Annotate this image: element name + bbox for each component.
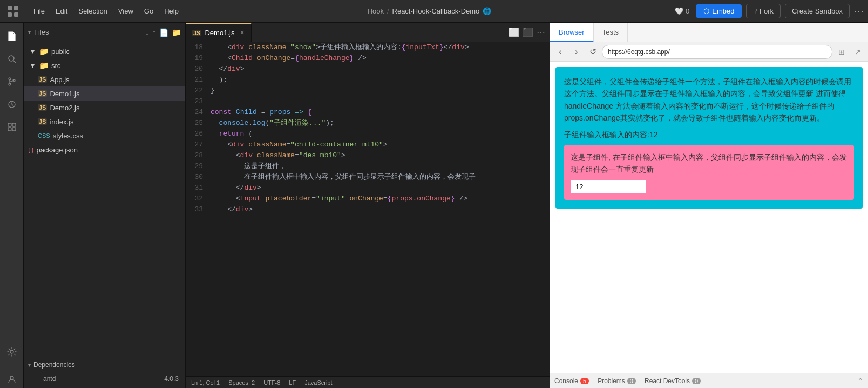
svg-rect-12 [8, 128, 11, 131]
activity-files[interactable] [3, 27, 21, 45]
breadcrumb-project: React-Hook-Callback-Demo [392, 7, 480, 15]
browser-expand-icon[interactable]: ⊞ [835, 45, 849, 59]
browser-toolbar: ‹ › ↺ ⊞ ↗ [550, 42, 868, 62]
browser-back-button[interactable]: ‹ [553, 45, 567, 59]
folder-open-icon: ▾ [28, 47, 37, 56]
console-label: Console [554, 377, 578, 385]
activity-account[interactable] [3, 370, 21, 388]
devtools-problems-tab[interactable]: Problems 0 [598, 377, 636, 385]
parent-component: 这是父组件，父组件会传递给子组件一个方法，子组件在输入框输入内容的时候会调用这个… [555, 67, 863, 209]
indexjs-type-icon: JS [38, 118, 47, 125]
dependencies-label: Dependencies [33, 361, 75, 369]
tree-item-appjs[interactable]: JS App.js [24, 72, 185, 86]
browser-tab-tests[interactable]: Tests [594, 23, 628, 42]
editor-tab-actions: ⬜ ⬛ ⋯ [508, 27, 550, 37]
appjs-label: App.js [50, 76, 69, 84]
editor-layout-icon[interactable]: ⬛ [523, 27, 533, 37]
code-line-21: 21 ); [186, 75, 550, 85]
sidebar-collapse-icon[interactable]: ▾ [28, 29, 31, 35]
new-folder-icon[interactable]: 📁 [172, 28, 181, 37]
menu-view[interactable]: View [113, 4, 139, 18]
activity-git[interactable] [3, 72, 21, 91]
code-line-32: 32 <Input placeholder="input" onChange={… [186, 193, 550, 204]
menu-go[interactable]: Go [139, 4, 159, 18]
child-input[interactable] [571, 180, 646, 193]
menu-selection[interactable]: Selection [73, 4, 112, 18]
svg-point-15 [10, 376, 13, 379]
tree-item-stylescss[interactable]: CSS styles.css [24, 129, 185, 143]
devtools-console-tab[interactable]: Console 5 [554, 377, 589, 385]
browser-refresh-button[interactable]: ↺ [586, 45, 600, 59]
fork-button[interactable]: ⑂ Fork [746, 4, 781, 18]
breadcrumb-separator: / [387, 7, 389, 15]
tree-item-public[interactable]: ▾ 📁 public [24, 44, 185, 58]
code-line-27: 27 <div className="child-container mt10"… [186, 139, 550, 150]
embed-button[interactable]: ⬡ Embed [696, 4, 742, 18]
activity-search[interactable] [3, 50, 21, 68]
top-menu-bar: File Edit Selection View Go Help Hook / … [0, 0, 868, 23]
code-line-26: 26 return ( [186, 129, 550, 139]
devtools-react-tab[interactable]: React DevTools 0 [645, 377, 701, 385]
status-bar: Ln 1, Col 1 Spaces: 2 UTF-8 LF JavaScrip… [186, 376, 550, 388]
embed-icon: ⬡ [703, 7, 709, 15]
more-icon[interactable]: ⋯ [854, 5, 864, 17]
activity-bar [0, 23, 24, 388]
tree-item-packagejson[interactable]: { } package.json [24, 143, 185, 157]
editor-tabs: JS Demo1.js ✕ ⬜ ⬛ ⋯ [186, 23, 550, 42]
sidebar-actions: ↓ ↑ 📄 📁 [145, 28, 181, 37]
svg-point-14 [10, 350, 13, 353]
heart-count: 0 [686, 7, 689, 15]
dependencies-header[interactable]: ▾ Dependencies [24, 358, 185, 372]
create-sandbox-button[interactable]: Create Sandbox [785, 4, 850, 18]
editor-tab-demo1js[interactable]: JS Demo1.js ✕ [186, 23, 252, 42]
browser-tabs: Browser Tests [550, 23, 868, 42]
app-logo[interactable] [4, 3, 22, 20]
code-line-28: 28 <div className="des mb10"> [186, 150, 550, 161]
sort-up-icon[interactable]: ↑ [152, 28, 156, 37]
breadcrumb-hook: Hook [368, 7, 384, 15]
react-devtools-badge: 0 [692, 378, 701, 384]
react-devtools-label: React DevTools [645, 377, 690, 385]
tree-item-demo2js[interactable]: JS Demo2.js [24, 101, 185, 115]
sort-down-icon[interactable]: ↓ [145, 28, 149, 37]
fork-label: Fork [760, 7, 774, 15]
activity-debug[interactable] [3, 95, 21, 113]
devtools-collapse-icon[interactable]: ⌃ [857, 377, 864, 385]
stylescss-label: styles.css [53, 132, 83, 140]
tab-close-icon[interactable]: ✕ [240, 29, 245, 36]
sidebar-title: Files [34, 28, 142, 36]
problems-badge: 0 [627, 378, 636, 384]
new-file-icon[interactable]: 📄 [159, 28, 168, 37]
browser-tab-browser[interactable]: Browser [550, 23, 594, 42]
sidebar-header: ▾ Files ↓ ↑ 📄 📁 [24, 23, 185, 42]
activity-settings[interactable] [3, 343, 21, 361]
menu-help[interactable]: Help [159, 4, 184, 18]
code-line-33: 33 </div> [186, 204, 550, 215]
demo2js-label: Demo2.js [50, 104, 79, 112]
svg-rect-11 [12, 123, 16, 126]
activity-extensions[interactable] [3, 118, 21, 136]
breadcrumb: Hook / React-Hook-Callback-Demo 🌐 [184, 7, 675, 15]
status-language: JavaScript [304, 379, 332, 386]
menu-file[interactable]: File [28, 4, 50, 18]
tree-item-src[interactable]: ▾ 📁 src [24, 58, 185, 72]
browser-forward-button[interactable]: › [569, 45, 584, 59]
code-line-18: 18 <div className="show">子组件输入框输入的内容:{in… [186, 42, 550, 53]
svg-rect-2 [8, 12, 12, 17]
split-editor-icon[interactable]: ⬜ [508, 27, 519, 37]
url-bar[interactable] [602, 45, 832, 59]
status-spaces: Spaces: 2 [228, 379, 255, 386]
dep-collapse-icon: ▾ [28, 362, 31, 368]
src-folder-label: src [51, 62, 60, 70]
dep-item-antd[interactable]: antd 4.0.3 [24, 372, 185, 386]
status-ln-col: Ln 1, Col 1 [191, 379, 220, 386]
editor-more-icon[interactable]: ⋯ [537, 27, 545, 37]
tree-item-demo1js[interactable]: JS Demo1.js [24, 86, 185, 101]
heart-badge: 🤍 0 [675, 7, 689, 15]
editor-content[interactable]: 18 <div className="show">子组件输入框输入的内容:{in… [186, 42, 550, 376]
fork-icon: ⑂ [753, 7, 757, 15]
browser-external-icon[interactable]: ↗ [851, 45, 865, 59]
menu-edit[interactable]: Edit [50, 4, 73, 18]
code-line-20: 20 </div> [186, 64, 550, 75]
tree-item-indexjs[interactable]: JS index.js [24, 115, 185, 129]
